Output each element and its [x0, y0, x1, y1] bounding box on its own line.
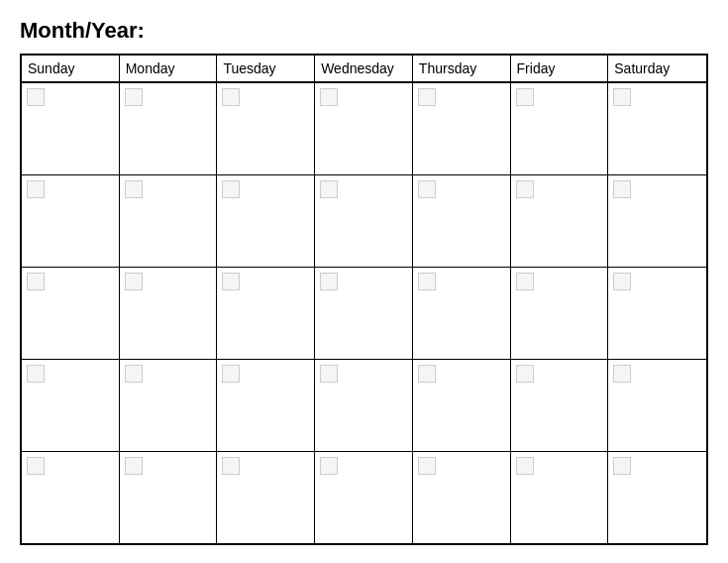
header-saturday: Saturday — [608, 56, 706, 81]
cell-r3-tue[interactable] — [217, 268, 315, 359]
date-number-box — [320, 88, 338, 106]
date-number-box — [320, 180, 338, 198]
cell-r4-mon[interactable] — [120, 360, 218, 451]
date-number-box — [516, 180, 534, 198]
date-number-box — [125, 180, 143, 198]
date-number-box — [320, 365, 338, 383]
date-number-box — [418, 365, 436, 383]
cell-r1-fri[interactable] — [511, 83, 609, 174]
header-sunday: Sunday — [22, 56, 120, 81]
cell-r2-wed[interactable] — [315, 175, 413, 267]
cell-r4-tue[interactable] — [217, 360, 315, 451]
date-number-box — [418, 273, 436, 290]
cell-r3-sat[interactable] — [608, 268, 706, 359]
cell-r3-sun[interactable] — [22, 268, 120, 359]
cell-r5-tue[interactable] — [217, 452, 315, 543]
cell-r3-thu[interactable] — [413, 268, 511, 359]
date-number-box — [516, 273, 534, 290]
cell-r2-sun[interactable] — [22, 175, 120, 267]
date-number-box — [613, 88, 631, 106]
date-number-box — [27, 273, 45, 290]
calendar-body — [22, 83, 706, 543]
cell-r4-fri[interactable] — [511, 360, 609, 451]
cell-r2-sat[interactable] — [608, 175, 706, 267]
date-number-box — [125, 273, 143, 290]
date-number-box — [516, 457, 534, 475]
cell-r5-sun[interactable] — [22, 452, 120, 543]
date-number-box — [418, 88, 436, 106]
date-number-box — [418, 457, 436, 475]
cell-r3-wed[interactable] — [315, 268, 413, 359]
date-number-box — [613, 180, 631, 198]
cell-r5-thu[interactable] — [413, 452, 511, 543]
date-number-box — [125, 88, 143, 106]
calendar: Sunday Monday Tuesday Wednesday Thursday… — [20, 54, 708, 545]
cell-r2-fri[interactable] — [511, 175, 609, 267]
cell-r5-mon[interactable] — [120, 452, 218, 543]
date-number-box — [320, 457, 338, 475]
date-number-box — [613, 273, 631, 290]
date-number-box — [27, 88, 45, 106]
header-monday: Monday — [120, 56, 218, 81]
page-title: Month/Year: — [20, 18, 708, 44]
date-number-box — [516, 365, 534, 383]
date-number-box — [27, 180, 45, 198]
cell-r4-sun[interactable] — [22, 360, 120, 451]
calendar-row — [22, 268, 706, 360]
date-number-box — [222, 273, 240, 290]
cell-r2-thu[interactable] — [413, 175, 511, 267]
cell-r5-sat[interactable] — [608, 452, 706, 543]
calendar-row — [22, 452, 706, 543]
date-number-box — [222, 180, 240, 198]
cell-r1-sat[interactable] — [608, 83, 706, 174]
header-thursday: Thursday — [413, 56, 511, 81]
date-number-box — [27, 365, 45, 383]
date-number-box — [613, 457, 631, 475]
cell-r4-sat[interactable] — [608, 360, 706, 451]
cell-r1-thu[interactable] — [413, 83, 511, 174]
calendar-row — [22, 175, 706, 268]
date-number-box — [27, 457, 45, 475]
calendar-row — [22, 83, 706, 175]
cell-r1-mon[interactable] — [120, 83, 218, 174]
cell-r2-tue[interactable] — [217, 175, 315, 267]
header-tuesday: Tuesday — [217, 56, 315, 81]
date-number-box — [418, 180, 436, 198]
cell-r3-mon[interactable] — [120, 268, 218, 359]
date-number-box — [222, 457, 240, 475]
cell-r5-fri[interactable] — [511, 452, 609, 543]
date-number-box — [222, 88, 240, 106]
date-number-box — [222, 365, 240, 383]
cell-r4-wed[interactable] — [315, 360, 413, 451]
cell-r1-sun[interactable] — [22, 83, 120, 174]
cell-r5-wed[interactable] — [315, 452, 413, 543]
date-number-box — [125, 365, 143, 383]
date-number-box — [516, 88, 534, 106]
calendar-header: Sunday Monday Tuesday Wednesday Thursday… — [22, 56, 706, 83]
date-number-box — [320, 273, 338, 290]
cell-r2-mon[interactable] — [120, 175, 218, 267]
cell-r1-tue[interactable] — [217, 83, 315, 174]
cell-r4-thu[interactable] — [413, 360, 511, 451]
date-number-box — [125, 457, 143, 475]
header-wednesday: Wednesday — [315, 56, 413, 81]
calendar-row — [22, 360, 706, 452]
date-number-box — [613, 365, 631, 383]
header-friday: Friday — [511, 56, 609, 81]
cell-r3-fri[interactable] — [511, 268, 609, 359]
cell-r1-wed[interactable] — [315, 83, 413, 174]
